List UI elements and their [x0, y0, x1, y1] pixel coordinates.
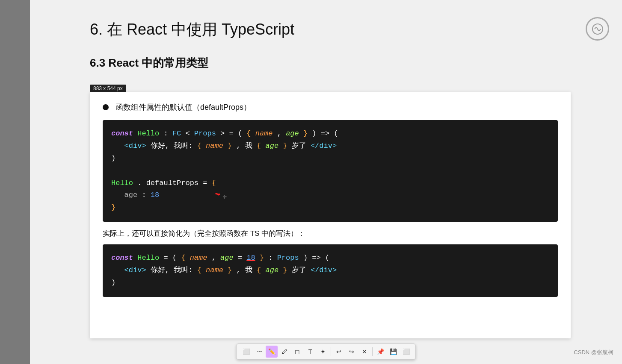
logo-icon: [586, 17, 609, 41]
toolbar-close-btn[interactable]: ✕: [358, 346, 370, 358]
toolbar-shape-btn[interactable]: ◻: [291, 346, 303, 358]
toolbar-copy-btn[interactable]: ⬜: [400, 346, 412, 358]
code-block-1: const Hello : FC < Props > = ( { name , …: [103, 120, 558, 222]
toolbar-undo-btn[interactable]: ↩: [333, 346, 345, 358]
desc-text: 实际上，还可以直接简化为（完全按照函数在 TS 中的写法）：: [103, 229, 558, 238]
toolbar-text-btn[interactable]: T: [304, 346, 316, 358]
dimension-badge: 883 x 544 px: [90, 85, 126, 92]
bullet-item: 函数组件属性的默认值（defaultProps）: [103, 102, 558, 112]
bullet-text: 函数组件属性的默认值（defaultProps）: [116, 102, 251, 112]
cursor-arrow: ➡ ✛: [163, 189, 190, 202]
toolbar-sep-2: [372, 347, 373, 356]
code-block-2: const Hello = ( { name , age = 18 } : Pr…: [103, 244, 558, 297]
code-line-2: <div> 你好, 我叫: { name } , 我 { age } 岁了 </…: [111, 140, 549, 153]
toolbar-save-btn[interactable]: 💾: [387, 346, 399, 358]
code-line-5: Hello . defaultProps = {: [111, 177, 549, 190]
toolbar-pen-btn[interactable]: 🖊: [278, 346, 290, 358]
code2-line-2: <div> 你好, 我叫: { name } , 我 { age } 岁了 </…: [111, 264, 549, 277]
main-content: 6. 在 React 中使用 TypeScript 6.3 React 中的常用…: [30, 0, 622, 364]
code2-line-3: ): [111, 277, 549, 289]
bullet-dot: [103, 104, 109, 110]
watermark: CSDN @张航柯: [574, 349, 613, 356]
toolbar-pin-btn[interactable]: 📌: [374, 346, 386, 358]
toolbar-pencil-btn[interactable]: ✏️: [266, 346, 278, 358]
code-line-1: const Hello : FC < Props > = ( { name , …: [111, 128, 549, 140]
code-line-7: }: [111, 202, 549, 214]
subtitle: 6.3 React 中的常用类型: [90, 56, 208, 70]
toolbar: ⬜ 〰 ✏️ 🖊 ◻ T ✦ ↩ ↪ ✕ 📌 💾 ⬜: [236, 343, 416, 360]
code2-line-1: const Hello = ( { name , age = 18 } : Pr…: [111, 252, 549, 264]
page-title: 6. 在 React 中使用 TypeScript: [90, 19, 294, 40]
toolbar-rect-btn[interactable]: ⬜: [240, 346, 252, 358]
toolbar-star-btn[interactable]: ✦: [317, 346, 329, 358]
code-line-blank: [111, 165, 549, 177]
slide-box: 函数组件属性的默认值（defaultProps） const Hello : F…: [90, 92, 571, 338]
toolbar-wave-btn[interactable]: 〰: [253, 346, 265, 358]
toolbar-sep-1: [331, 347, 331, 356]
code-line-6: age : 18 ➡ ✛: [111, 189, 549, 202]
code-line-3: ): [111, 153, 549, 165]
toolbar-redo-btn[interactable]: ↪: [346, 346, 358, 358]
